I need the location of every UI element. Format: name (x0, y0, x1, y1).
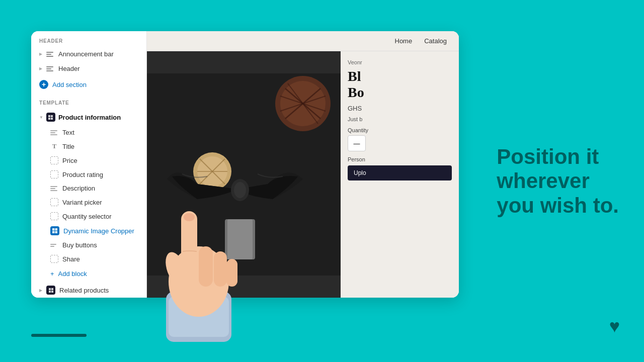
price-block-icon (50, 156, 58, 164)
product-price: GHS (348, 105, 452, 112)
tagline: Position it wherever you wish to. (497, 145, 619, 218)
block-item-buy-buttons[interactable]: Buy buttons (31, 238, 146, 252)
product-description: Just b (348, 116, 452, 122)
add-block-plus-icon: + (50, 270, 54, 278)
chevron-right-icon: ▶ (39, 52, 42, 56)
hand-pointer (136, 181, 277, 342)
share-block-icon (50, 255, 58, 263)
svg-point-37 (184, 213, 195, 221)
description-block-label: Description (62, 185, 95, 192)
add-block-button[interactable]: + Add block (31, 266, 146, 282)
svg-rect-1 (51, 115, 53, 117)
product-rating-block-icon (50, 170, 58, 178)
template-section-label: TEMPLATE (31, 93, 146, 109)
svg-rect-5 (55, 228, 58, 231)
add-section-button[interactable]: + Add section (31, 76, 146, 93)
variant-picker-block-label: Variant picker (62, 199, 102, 206)
related-products-label: Related products (59, 287, 109, 294)
quantity-label: Quantity (348, 127, 452, 133)
svg-rect-8 (49, 288, 51, 290)
dynamic-image-cropper-block-icon (50, 226, 59, 235)
product-info-label: Product information (58, 114, 121, 121)
product-rating-block-label: Product rating (62, 171, 103, 178)
nav-home[interactable]: Home (395, 37, 413, 45)
tagline-line1: Position it (497, 145, 619, 169)
block-item-description[interactable]: Description (31, 182, 146, 195)
sidebar-item-related-products[interactable]: ▶ Related products (31, 282, 146, 298)
block-item-share[interactable]: Share (31, 252, 146, 266)
variant-picker-block-icon (50, 198, 58, 206)
chevron-down-icon: ▼ (39, 115, 43, 120)
product-details: Veonr Bl Bo GHS Just b Quantity — Person… (341, 51, 459, 298)
bottom-bar (31, 334, 87, 337)
block-item-quantity-selector[interactable]: Quantity selector (31, 209, 146, 223)
vendor-name: Veonr (348, 59, 452, 65)
text-block-icon (50, 130, 58, 135)
quantity-selector-block-icon (50, 212, 58, 220)
svg-rect-4 (52, 228, 55, 231)
block-item-title[interactable]: T Title (31, 139, 146, 153)
header-item-icon (46, 66, 54, 71)
chevron-right-icon-related: ▶ (39, 288, 42, 293)
quantity-selector-block-label: Quantity selector (62, 213, 112, 220)
text-block-label: Text (62, 129, 74, 136)
app-background: HEADER ▶ Announcement bar ▶ Header (0, 0, 644, 362)
share-block-label: Share (62, 255, 80, 263)
heart-icon: ♥ (609, 316, 620, 337)
buy-buttons-block-label: Buy buttons (62, 241, 97, 249)
block-item-text[interactable]: Text (31, 126, 146, 139)
svg-rect-2 (48, 118, 50, 120)
title-block-label: Title (62, 143, 74, 150)
block-item-product-rating[interactable]: Product rating (31, 167, 146, 182)
description-block-icon (50, 186, 58, 191)
svg-rect-6 (52, 231, 55, 234)
svg-rect-0 (48, 115, 50, 117)
block-item-dynamic-image-cropper[interactable]: Dynamic Image Cropper (31, 223, 146, 238)
tagline-line3: you wish to. (497, 193, 619, 217)
title-block-icon: T (50, 142, 58, 150)
chevron-right-icon-2: ▶ (39, 66, 42, 71)
quantity-input[interactable]: — (348, 135, 366, 151)
add-section-plus-icon: + (39, 80, 48, 89)
add-block-label: Add block (58, 270, 87, 278)
buy-buttons-block-icon (50, 244, 58, 247)
block-item-variant-picker[interactable]: Variant picker (31, 195, 146, 209)
svg-rect-3 (51, 118, 53, 120)
upload-button[interactable]: Uplo (348, 165, 452, 180)
sidebar-item-announcement-bar[interactable]: ▶ Announcement bar (31, 47, 146, 61)
tagline-line2: wherever (497, 169, 619, 193)
product-title: Bl Bo (348, 68, 452, 101)
svg-rect-7 (55, 231, 58, 234)
header-label: Header (58, 65, 80, 72)
dynamic-image-cropper-block-label: Dynamic Image Cropper (63, 227, 134, 235)
related-products-icon (46, 286, 55, 295)
sidebar: HEADER ▶ Announcement bar ▶ Header (31, 31, 147, 298)
product-info-section-icon (46, 113, 55, 122)
header-section-label: HEADER (31, 31, 146, 47)
price-block-label: Price (62, 157, 77, 164)
svg-rect-10 (49, 291, 51, 293)
product-information-section[interactable]: ▼ Product information (31, 109, 146, 126)
personalize-label: Person (348, 156, 452, 162)
svg-rect-35 (226, 259, 237, 287)
add-section-label: Add section (52, 81, 87, 88)
announcement-bar-label: Announcement bar (58, 50, 114, 58)
announcement-bar-icon (46, 52, 54, 57)
nav-catalog[interactable]: Catalog (424, 37, 447, 45)
preview-navbar: Home Catalog (147, 31, 459, 51)
svg-rect-9 (51, 288, 53, 290)
svg-rect-33 (199, 246, 213, 287)
svg-rect-11 (51, 291, 53, 293)
block-item-price[interactable]: Price (31, 153, 146, 167)
svg-rect-34 (214, 251, 227, 287)
sidebar-item-header[interactable]: ▶ Header (31, 61, 146, 76)
